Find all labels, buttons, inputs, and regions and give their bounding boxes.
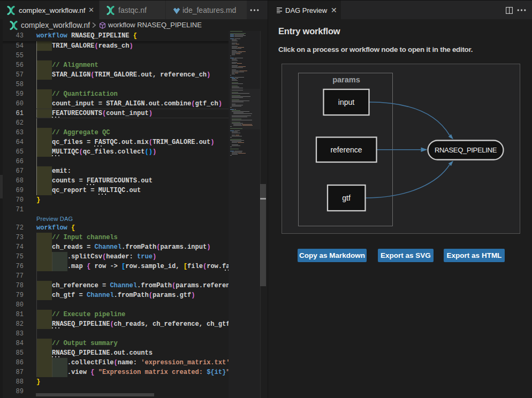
svg-text:params: params [332, 75, 360, 84]
svg-text:RNASEQ_PIPELINE: RNASEQ_PIPELINE [435, 146, 497, 154]
svg-text:gtf: gtf [342, 194, 351, 202]
svg-text:reference: reference [330, 146, 362, 154]
svg-text:input: input [338, 98, 354, 106]
